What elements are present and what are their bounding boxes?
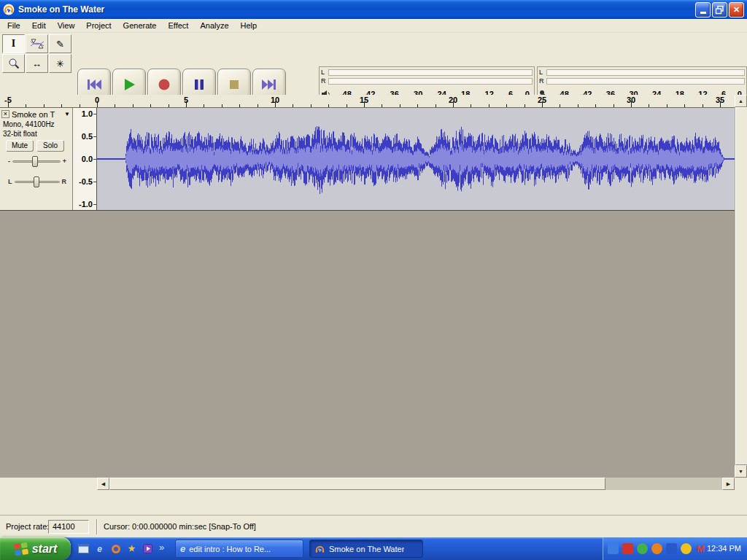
input-meter-left-bar: [546, 69, 745, 76]
output-meter-left-bar: [328, 69, 533, 76]
browser-icon[interactable]: [109, 542, 122, 555]
timeline-ruler[interactable]: -505101520253035: [0, 95, 747, 108]
tray-icon-1[interactable]: [608, 543, 619, 554]
minimize-button[interactable]: [695, 2, 711, 18]
restore-button[interactable]: [712, 2, 727, 18]
ruler-tick: [595, 104, 596, 107]
taskbar-task-ie[interactable]: e edit intro : How to Re...: [175, 540, 303, 558]
vruler-value: -1.0: [79, 200, 93, 209]
track-title[interactable]: Smoke on T: [9, 110, 64, 119]
title-bar[interactable]: Smoke on The Water ✕: [0, 0, 747, 19]
ruler-tick: [684, 104, 685, 107]
ruler-tick: [115, 104, 115, 107]
ruler-tick: [204, 104, 204, 107]
scroll-down-button[interactable]: ▼: [735, 465, 747, 478]
multi-tool-button[interactable]: ✳: [49, 54, 71, 73]
track-header: × Smoke on T ▼: [1, 109, 71, 119]
taskbar-task-audacity[interactable]: Smoke on The Water: [309, 540, 423, 558]
internet-explorer-icon[interactable]: e: [93, 542, 106, 555]
quicklaunch-star-icon[interactable]: ★: [125, 542, 138, 555]
horizontal-scrollbar[interactable]: ◀ ▶: [0, 478, 747, 490]
vruler-value: 1.0: [82, 109, 93, 118]
ruler-tick: [489, 104, 489, 107]
time-shift-tool-button[interactable]: ↔: [26, 54, 48, 73]
ruler-label: 35: [716, 96, 724, 104]
gain-slider[interactable]: - +: [6, 155, 69, 168]
waveform-canvas[interactable]: [97, 108, 735, 210]
track-menu-dropdown-icon[interactable]: ▼: [64, 111, 71, 117]
envelope-tool-button[interactable]: [26, 34, 48, 53]
toolbar-area: I ✎ ↔ ✳: [0, 33, 747, 95]
tray-icon-3[interactable]: [637, 543, 648, 554]
ruler-tick: [26, 104, 26, 107]
solo-button[interactable]: Solo: [36, 140, 64, 152]
taskbar-clock[interactable]: 12:34 PM: [707, 537, 741, 560]
statusbar-divider: [96, 519, 98, 534]
audacity-icon: [314, 543, 325, 554]
output-meter-left-label: L: [321, 69, 328, 76]
menu-file[interactable]: File: [1, 20, 26, 31]
selection-tool-button[interactable]: I: [2, 34, 25, 53]
windows-flag-icon: [14, 542, 28, 556]
ruler-tick: [169, 104, 169, 107]
track-format-line2: 32-bit float: [3, 130, 37, 138]
tray-icon-m[interactable]: M: [695, 543, 706, 554]
time-shift-tool-icon: ↔: [32, 58, 42, 69]
stop-icon: [227, 77, 241, 92]
scrollbar-corner: [735, 478, 747, 490]
taskbar: start e ★ » e edit intro : How to Re..: [0, 537, 747, 560]
show-desktop-icon[interactable]: [77, 542, 90, 555]
skip-to-end-icon: [261, 77, 277, 92]
task-label: edit intro : How to Re...: [189, 545, 271, 553]
start-button[interactable]: start: [0, 537, 71, 560]
mute-button[interactable]: Mute: [6, 140, 34, 152]
vertical-scroll-thumb[interactable]: [735, 107, 747, 465]
scroll-left-button[interactable]: ◀: [97, 478, 109, 490]
tray-icon-5[interactable]: [666, 543, 677, 554]
window-bottom-strip: [0, 490, 747, 515]
status-bar: Project rate: 44100 Cursor: 0:00.000000 …: [0, 515, 747, 537]
scroll-up-button[interactable]: ▲: [735, 95, 747, 107]
ruler-tick: [525, 104, 525, 107]
menu-edit[interactable]: Edit: [26, 20, 52, 31]
ruler-tick: [614, 104, 614, 107]
task-label: Smoke on The Water: [329, 545, 404, 553]
close-button[interactable]: ✕: [729, 2, 744, 18]
ruler-tick: [436, 104, 436, 107]
ruler-tick: [133, 104, 133, 107]
ruler-label: 20: [449, 96, 457, 104]
ruler-tick: [222, 104, 222, 107]
ruler-tick: [239, 104, 240, 107]
ruler-tick: [667, 104, 667, 107]
ruler-label: 30: [627, 96, 635, 104]
vertical-scrollbar[interactable]: ▲ ▼: [735, 95, 747, 478]
track-close-button[interactable]: ×: [1, 110, 9, 118]
audacity-window: Smoke on The Water ✕ File Edit View Proj…: [0, 0, 747, 560]
menu-help[interactable]: Help: [235, 20, 263, 31]
scrollbar-spacer: [0, 478, 97, 490]
vruler-tick: [93, 182, 96, 182]
draw-tool-button[interactable]: ✎: [49, 34, 71, 53]
play-icon: [122, 77, 136, 92]
menu-effect[interactable]: Effect: [162, 20, 194, 31]
tray-icon-2[interactable]: [622, 543, 633, 554]
project-rate-value[interactable]: 44100: [48, 520, 89, 534]
pan-thumb[interactable]: [34, 176, 39, 187]
menu-generate[interactable]: Generate: [117, 20, 163, 31]
pan-slider[interactable]: L R: [6, 175, 69, 188]
menu-project[interactable]: Project: [80, 20, 117, 31]
horizontal-scroll-thumb[interactable]: [109, 478, 605, 490]
ruler-tick: [80, 104, 80, 107]
horizontal-scroll-track[interactable]: [109, 478, 722, 490]
menu-view[interactable]: View: [52, 20, 81, 31]
tray-icon-4[interactable]: [651, 543, 662, 554]
media-player-icon[interactable]: [142, 542, 154, 555]
menu-analyze[interactable]: Analyze: [194, 20, 234, 31]
scroll-right-button[interactable]: ▶: [722, 478, 735, 490]
quicklaunch-overflow-chevron[interactable]: »: [159, 542, 164, 553]
ruler-tick: [578, 104, 578, 107]
zoom-tool-button[interactable]: [2, 54, 25, 73]
tray-icon-6[interactable]: [681, 543, 692, 554]
gain-thumb[interactable]: [32, 156, 38, 167]
project-rate-label: Project rate:: [6, 522, 49, 531]
